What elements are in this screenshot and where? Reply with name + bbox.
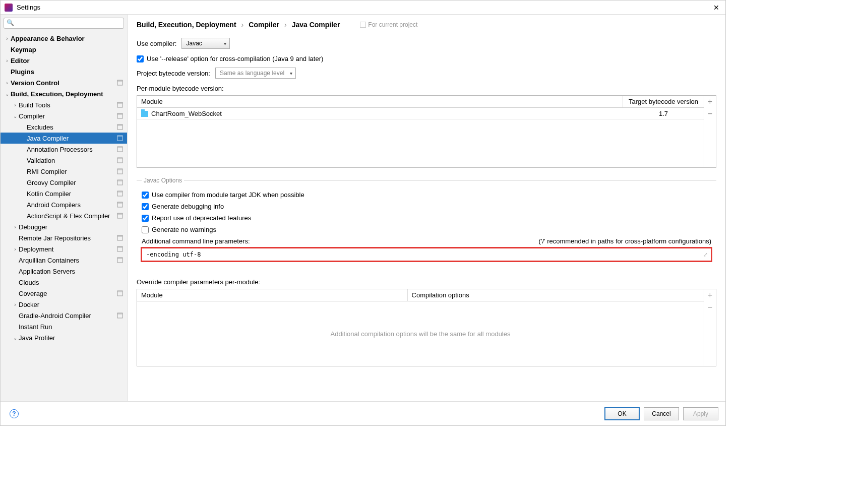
sidebar-item-label: Gradle-Android Compiler xyxy=(19,312,117,320)
sidebar-item-label: Appearance & Behavior xyxy=(11,35,123,42)
sidebar-item-gradle-android-compiler[interactable]: ›Gradle-Android Compiler xyxy=(1,310,127,321)
sidebar-item-docker[interactable]: ›Docker xyxy=(1,299,127,310)
chevron-right-icon[interactable]: › xyxy=(12,302,19,307)
add-row-button[interactable]: + xyxy=(704,96,716,108)
sidebar-item-instant-run[interactable]: ›Instant Run xyxy=(1,321,127,332)
table2-col-options[interactable]: Compilation options xyxy=(408,289,704,301)
sidebar-item-clouds[interactable]: ›Clouds xyxy=(1,277,127,288)
sidebar-item-remote-jar-repositories[interactable]: ›Remote Jar Repositories xyxy=(1,232,127,243)
table2-col-module[interactable]: Module xyxy=(137,289,408,301)
dialog-body: 🔍 ›Appearance & Behavior›Keymap›Editor›P… xyxy=(1,15,725,401)
sidebar-item-appearance-behavior[interactable]: ›Appearance & Behavior xyxy=(1,33,127,44)
sidebar-item-plugins[interactable]: ›Plugins xyxy=(1,66,127,77)
project-bytecode-row: Project bytecode version: Same as langua… xyxy=(137,68,716,79)
chevron-right-icon[interactable]: › xyxy=(4,36,11,41)
add-row-button[interactable]: + xyxy=(704,289,716,301)
sidebar-item-java-compiler[interactable]: ›Java Compiler xyxy=(1,133,127,144)
sidebar-item-actionscript-flex-compiler[interactable]: ›ActionScript & Flex Compiler xyxy=(1,210,127,221)
sidebar-item-excludes[interactable]: ›Excludes xyxy=(1,121,127,133)
breadcrumb-b[interactable]: Compiler xyxy=(249,21,279,29)
module-name: ChartRoom_WebSocket xyxy=(151,110,222,117)
release-option-checkbox[interactable] xyxy=(137,55,144,62)
chevron-right-icon[interactable]: › xyxy=(12,224,19,230)
sidebar-item-build-tools[interactable]: ›Build Tools xyxy=(1,99,127,110)
sidebar-item-java-profiler[interactable]: ⌄Java Profiler xyxy=(1,332,127,343)
settings-tree[interactable]: ›Appearance & Behavior›Keymap›Editor›Plu… xyxy=(1,32,127,401)
per-module-table: Module Target bytecode version ChartRoom… xyxy=(137,95,716,168)
javac-options-legend: Javac Options xyxy=(142,177,184,184)
chevron-right-icon[interactable]: › xyxy=(4,58,11,64)
opt-no-warnings[interactable]: Generate no warnings xyxy=(142,226,711,233)
table-row[interactable]: ChartRoom_WebSocket 1.7 xyxy=(137,108,704,120)
project-scope-icon xyxy=(117,191,123,197)
svg-rect-31 xyxy=(117,291,122,292)
settings-content: Build, Execution, Deployment › Compiler … xyxy=(128,15,725,401)
release-option-check[interactable]: Use '--release' option for cross-compila… xyxy=(137,55,716,62)
table1-col-module[interactable]: Module xyxy=(137,96,623,107)
svg-rect-3 xyxy=(117,102,122,104)
chevron-down-icon[interactable]: ⌄ xyxy=(12,335,19,341)
chevron-down-icon[interactable]: ⌄ xyxy=(4,91,11,97)
params-hint: ('/' recommended in paths for cross-plat… xyxy=(539,237,711,245)
override-table: Module Compilation options Additional co… xyxy=(137,289,716,366)
project-scope-icon xyxy=(117,290,123,296)
sidebar-item-application-servers[interactable]: ›Application Servers xyxy=(1,266,127,277)
expand-icon[interactable]: ⤢ xyxy=(700,251,711,258)
sidebar-item-label: Annotation Processors xyxy=(27,146,117,153)
project-scope-icon xyxy=(117,257,123,263)
close-icon[interactable]: ✕ xyxy=(711,4,721,12)
chevron-right-icon[interactable]: › xyxy=(12,102,19,108)
sidebar-item-editor[interactable]: ›Editor xyxy=(1,55,127,66)
project-scope-icon xyxy=(117,202,123,208)
project-scope-icon xyxy=(117,102,123,108)
sidebar-item-validation[interactable]: ›Validation xyxy=(1,155,127,166)
search-input[interactable] xyxy=(4,18,124,29)
sidebar-item-compiler[interactable]: ⌄Compiler xyxy=(1,110,127,121)
sidebar-item-keymap[interactable]: ›Keymap xyxy=(1,44,127,55)
sidebar-item-label: RMI Compiler xyxy=(27,168,117,175)
sidebar-item-label: Instant Run xyxy=(19,323,123,331)
use-compiler-label: Use compiler: xyxy=(137,40,176,47)
chevron-right-icon[interactable]: › xyxy=(4,80,11,86)
breadcrumb-c: Java Compiler xyxy=(292,21,340,29)
sidebar-item-coverage[interactable]: ›Coverage xyxy=(1,288,127,299)
sidebar-item-debugger[interactable]: ›Debugger xyxy=(1,221,127,232)
opt-deprecated[interactable]: Report use of deprecated features xyxy=(142,214,711,222)
table1-col-target[interactable]: Target bytecode version xyxy=(623,96,704,107)
settings-sidebar: 🔍 ›Appearance & Behavior›Keymap›Editor›P… xyxy=(1,15,128,401)
sidebar-item-version-control[interactable]: ›Version Control xyxy=(1,77,127,88)
sidebar-item-label: Build, Execution, Deployment xyxy=(11,90,123,98)
opt-module-jdk[interactable]: Use compiler from module target JDK when… xyxy=(142,191,711,199)
scope-hint: For current project xyxy=(360,21,417,28)
chevron-down-icon[interactable]: ⌄ xyxy=(12,113,19,119)
sidebar-item-groovy-compiler[interactable]: ›Groovy Compiler xyxy=(1,177,127,188)
chevron-right-icon[interactable]: › xyxy=(12,246,19,252)
svg-rect-23 xyxy=(117,213,122,215)
sidebar-item-annotation-processors[interactable]: ›Annotation Processors xyxy=(1,144,127,155)
opt-debug-info[interactable]: Generate debugging info xyxy=(142,203,711,210)
breadcrumb-a[interactable]: Build, Execution, Deployment xyxy=(137,21,236,29)
ok-button[interactable]: OK xyxy=(604,407,640,420)
sidebar-item-build-execution-deployment[interactable]: ⌄Build, Execution, Deployment xyxy=(1,88,127,99)
sidebar-item-arquillian-containers[interactable]: ›Arquillian Containers xyxy=(1,255,127,266)
target-bytecode-cell[interactable]: 1.7 xyxy=(623,108,704,119)
sidebar-item-label: Compiler xyxy=(19,112,117,120)
per-module-label: Per-module bytecode version: xyxy=(137,85,716,92)
additional-params-input[interactable] xyxy=(142,248,700,261)
cancel-button[interactable]: Cancel xyxy=(644,407,679,420)
sidebar-item-android-compilers[interactable]: ›Android Compilers xyxy=(1,199,127,210)
help-icon[interactable]: ? xyxy=(10,409,19,418)
remove-row-button[interactable]: − xyxy=(704,108,716,120)
svg-rect-25 xyxy=(117,235,122,237)
remove-row-button[interactable]: − xyxy=(704,301,716,313)
sidebar-item-kotlin-compiler[interactable]: ›Kotlin Compiler xyxy=(1,188,127,199)
apply-button[interactable]: Apply xyxy=(683,407,718,420)
settings-window: Settings ✕ 🔍 ›Appearance & Behavior›Keym… xyxy=(0,0,726,426)
use-compiler-combo[interactable]: Javac xyxy=(181,38,230,49)
sidebar-item-label: Java Profiler xyxy=(19,334,123,342)
project-scope-icon xyxy=(117,146,123,152)
project-bytecode-combo[interactable]: Same as language level xyxy=(215,68,296,79)
sidebar-item-deployment[interactable]: ›Deployment xyxy=(1,243,127,255)
svg-rect-13 xyxy=(117,158,122,159)
sidebar-item-rmi-compiler[interactable]: ›RMI Compiler xyxy=(1,166,127,177)
